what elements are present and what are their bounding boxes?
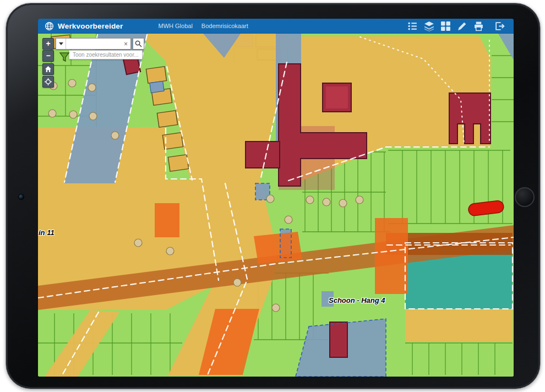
header-nav: MWH Global Bodemrisicokaart: [159, 23, 248, 29]
home-icon: [45, 66, 52, 73]
search-hint: Toon zoekresultaten voor...: [69, 50, 143, 59]
basemap-grid-icon[interactable]: [440, 21, 451, 31]
locate-button[interactable]: [42, 76, 54, 88]
print-icon[interactable]: [473, 21, 484, 31]
home-extent-button[interactable]: [42, 63, 54, 75]
search-clear-button[interactable]: ×: [121, 39, 130, 49]
layers-icon[interactable]: [424, 21, 434, 31]
zoom-in-button[interactable]: +: [42, 38, 54, 50]
map-view[interactable]: + −: [38, 34, 514, 377]
search-dropdown-button[interactable]: [56, 39, 66, 49]
nav-link-bodemrisicokaart[interactable]: Bodemrisicokaart: [201, 23, 248, 29]
app-header: Werkvoorbereider MWH Global Bodemrisicok…: [38, 19, 514, 34]
nav-link-mwh-global[interactable]: MWH Global: [159, 23, 193, 29]
tablet-camera: [18, 194, 24, 200]
magnifier-icon: [135, 40, 142, 47]
map-label-plein: in 11: [39, 228, 54, 237]
map-ui-overlay: + −: [38, 34, 514, 377]
zoom-out-button[interactable]: −: [42, 50, 54, 62]
draw-icon[interactable]: [457, 21, 467, 31]
legend-icon[interactable]: [407, 21, 418, 31]
search-submit-button[interactable]: [133, 38, 144, 50]
search-bar: ×: [56, 38, 131, 50]
search-input[interactable]: [66, 39, 121, 49]
chevron-down-icon: [59, 42, 63, 45]
tablet-home-button[interactable]: [515, 187, 535, 207]
map-label-schoon: Schoon - Hang 4: [329, 296, 385, 304]
app-screen: Werkvoorbereider MWH Global Bodemrisicok…: [38, 19, 514, 377]
locate-crosshair-icon: [45, 78, 52, 85]
export-icon[interactable]: [494, 21, 505, 31]
header-toolbar: [407, 21, 507, 31]
tablet-frame: Werkvoorbereider MWH Global Bodemrisicok…: [6, 3, 541, 389]
page: Werkvoorbereider MWH Global Bodemrisicok…: [0, 0, 545, 392]
globe-icon: [45, 21, 54, 31]
filter-funnel-icon[interactable]: [59, 52, 70, 63]
app-title: Werkvoorbereider: [58, 22, 123, 30]
